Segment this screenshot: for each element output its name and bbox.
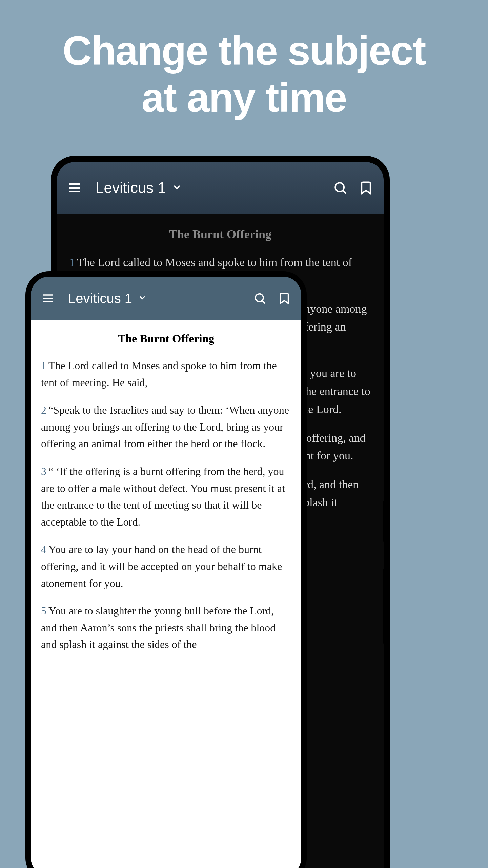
verse-text: “Speak to the Israelites and say to them… (41, 404, 289, 450)
verse: 5You are to slaughter the young bull bef… (41, 603, 291, 653)
search-icon[interactable] (253, 292, 267, 305)
svg-line-9 (262, 301, 265, 303)
section-title: The Burnt Offering (69, 227, 371, 241)
menu-icon[interactable] (67, 180, 82, 195)
promo-headline: Change the subject at any time (0, 0, 488, 121)
chapter-title: Leviticus 1 (68, 291, 132, 306)
chevron-down-icon (138, 293, 147, 304)
verse-number: 2 (41, 404, 46, 416)
verse-number: 1 (69, 256, 75, 269)
chapter-selector[interactable]: Leviticus 1 (68, 291, 244, 306)
svg-point-8 (256, 294, 263, 302)
phone-mockup-light: Leviticus 1 The Burnt Offering 1The Lord… (25, 271, 307, 868)
menu-icon[interactable] (41, 292, 55, 305)
verse-text: You are to lay your hand on the head of … (41, 543, 282, 589)
verse-number: 1 (41, 359, 46, 372)
bookmark-icon[interactable] (359, 180, 373, 195)
verse-text: You are to slaughter the young bull befo… (41, 605, 276, 650)
verse-number: 5 (41, 605, 46, 617)
svg-point-3 (335, 183, 344, 192)
verse: 3“ ‘If the offering is a burnt offering … (41, 463, 291, 530)
chevron-down-icon (171, 182, 182, 194)
svg-line-4 (343, 190, 346, 193)
verse: 1The Lord called to Moses and spoke to h… (41, 357, 291, 391)
reading-content-light[interactable]: The Burnt Offering 1The Lord called to M… (31, 320, 301, 868)
verse-text: The Lord called to Moses and spoke to hi… (41, 359, 277, 389)
phone-side-button (383, 501, 386, 542)
app-header-dark: Leviticus 1 (57, 162, 384, 214)
verse-number: 3 (41, 465, 46, 477)
bookmark-icon[interactable] (278, 292, 291, 305)
verse: 2“Speak to the Israelites and say to the… (41, 402, 291, 452)
chapter-selector[interactable]: Leviticus 1 (96, 179, 323, 196)
search-icon[interactable] (333, 180, 348, 195)
app-header-light: Leviticus 1 (31, 277, 301, 320)
phone-side-button (383, 569, 386, 644)
chapter-title: Leviticus 1 (96, 179, 166, 196)
verse-text: “ ‘If the offering is a burnt offering f… (41, 465, 285, 528)
verse-number: 4 (41, 543, 46, 555)
verse: 4You are to lay your hand on the head of… (41, 541, 291, 592)
section-title: The Burnt Offering (41, 332, 291, 345)
